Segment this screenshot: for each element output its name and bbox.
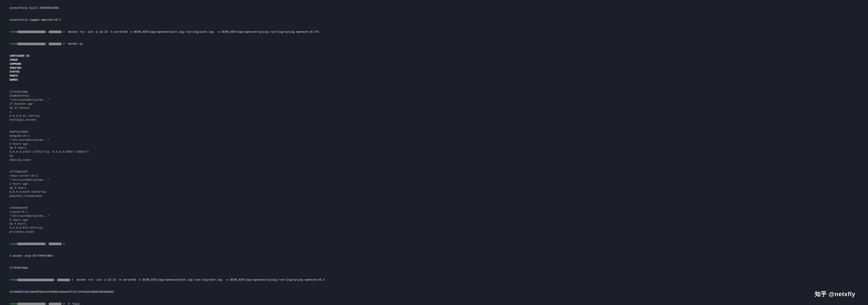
hostname-blur3 [18,243,45,245]
status-3: Up 5 hours [9,186,31,190]
ports-3: 0.0.0.0:6379->6379/tcp [9,190,90,194]
path-blur2 [49,43,61,45]
container-id-3: 57773b53c97 [9,170,33,174]
col-header-container-id: CONTAINER ID [9,54,33,58]
created-4: 5 hours ago [9,218,37,222]
container-id-2: 5a8f3e11609 [9,130,33,134]
table-header-row: CONTAINER ID IMAGE COMMAND CREATED STATU… [3,50,865,86]
table-row-4: a70ddbb4c04 rsyncd:v0.1 "/etc/systemd/sy… [3,202,865,238]
path-blur4 [57,279,70,281]
watermark: 知乎 @netxfly [815,290,855,299]
created-1: 27 minutes ago [9,102,37,106]
stopped-container-id: 1779f84780d [3,262,865,274]
command-1: "/etc/systemd/system..." [9,98,52,102]
created-2: 5 hours ago [9,142,37,146]
image-2: mongodb:v0.1 [9,134,43,138]
command-3: "/etc/systemd/system..." [9,178,52,182]
build-success-text: uccessfully built 210b9332200c [9,6,59,9]
docker-run1-line: root@: # docker run -itd -p 22:22 -h ser… [3,26,865,38]
table-row-3: 57773b53c97 redis-server:v0.1 "/etc/syst… [3,166,865,202]
tagged-line: uccessfully tagged openssh:v0.3 [3,14,865,26]
created-3: 5 hours ago [9,182,37,186]
status-1: Up 27 minutes [9,106,31,114]
ports-2: 0.0.0.0:27017->27017/tcp, 0.0.0.0:28017-… [9,150,90,158]
names-3: peaceful_stonebraker [9,194,42,198]
col-header-names: NAMES [9,78,18,82]
command-4: "/etc/systemd/system..." [9,214,52,218]
tail-cmd-line: root@: # # !tail [3,298,865,305]
col-header-image: IMAGE [9,58,43,62]
hostname-blur2 [18,43,45,45]
build-success-line: uccessfully built 210b9332200c [3,2,865,14]
col-header-ports: PORTS [9,74,90,78]
status-4: Up 5 hours [9,222,31,226]
container-id-4: a70ddbb4c04 [9,206,33,210]
path-blur1 [49,31,61,33]
names-4: priceless_haibt [9,230,34,233]
path-blur3 [49,243,61,245]
ports-4: 0.0.0.0:873->873/tcp [9,226,90,230]
col-header-command: COMMAND [9,62,52,66]
docker-run2-line: root@: # docker run -itd -p 22:22 -h ser… [3,274,865,286]
ports-1: 0.0.0.0:22->22/tcp [9,114,90,118]
image-3: redis-server:v0.1 [9,174,43,178]
path-blur5 [49,303,61,305]
prompt1: root@ [9,30,18,33]
table-row-1: 1779f84780d 31a619c67dc2 "/etc/systemd/s… [3,86,865,126]
image-1: 31a619c67dc2 [9,94,43,98]
command-2: "/etc/systemd/system..." [9,138,52,142]
tagged-text: uccessfully tagged openssh:v0.3 [9,18,61,22]
hostname-blur1 [18,31,45,33]
root-prompt-line: root@: # [3,238,865,250]
image-4: rsyncd:v0.1 [9,210,43,214]
docker-stop-line: # docker stop 81779f84780d [3,250,865,262]
col-header-status: STATUS [9,70,31,74]
hostname-blur5 [18,303,45,305]
hostname-blur4 [18,279,54,281]
table-row-2: 5a8f3e11609 mongodb:v0.1 "/etc/systemd/s… [3,126,865,166]
names-1: nostalgic_minsky [9,118,36,121]
docker-ps-line: root@: # docker ps [3,38,865,50]
names-2: amazing_lewin [9,158,31,162]
container-id-1: 1779f84780d [9,90,33,94]
prompt2: root@ [9,42,18,46]
new-container-hash: 4cfb8b0373a7dde49f6bec6f83865cdd4ee67f13… [3,286,865,298]
col-header-created: CREATED [9,66,37,70]
status-2: Up 5 hours [9,146,31,150]
terminal: uccessfully built 210b9332200c uccessful… [3,2,865,305]
